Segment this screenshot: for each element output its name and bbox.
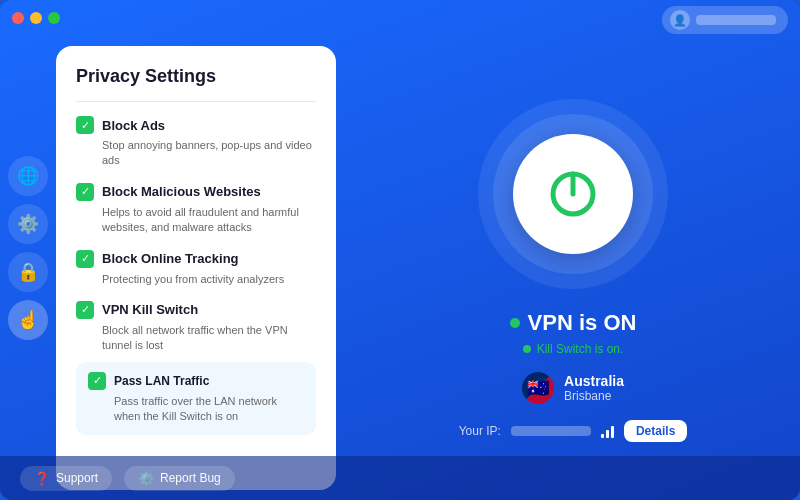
sub-setting-lan: ✓ Pass LAN Traffic Pass traffic over the…: [76, 362, 316, 435]
kill-switch-label: VPN Kill Switch: [102, 302, 198, 317]
sidebar-item-globe[interactable]: 🌐: [8, 156, 48, 196]
sidebar: 🌐 ⚙️ 🔒 ☝️: [0, 36, 56, 500]
traffic-lights: [12, 12, 60, 24]
user-icon: 👤: [670, 10, 690, 30]
app-window: 👤 🌐 ⚙️ 🔒 ☝️ Privacy Settings ✓ Block Ads…: [0, 0, 800, 500]
title-bar: 👤: [0, 0, 800, 36]
block-tracking-desc: Protecting you from activity analyzers: [76, 272, 316, 287]
checkbox-lan[interactable]: ✓: [88, 372, 106, 390]
bug-icon: ⚙️: [138, 471, 154, 486]
location-info: Australia Brisbane: [564, 373, 624, 403]
vpn-status-text: VPN is ON: [528, 310, 637, 336]
sub-setting-lan-header: ✓ Pass LAN Traffic: [88, 372, 304, 390]
power-area: [473, 94, 673, 294]
kill-switch-status: Kill Switch is on.: [523, 342, 624, 356]
setting-block-malicious-header: ✓ Block Malicious Websites: [76, 183, 316, 201]
setting-block-tracking: ✓ Block Online Tracking Protecting you f…: [76, 250, 316, 287]
sidebar-item-lock[interactable]: 🔒: [8, 252, 48, 292]
ip-label: Your IP:: [459, 424, 501, 438]
block-malicious-label: Block Malicious Websites: [102, 184, 261, 199]
right-panel: VPN is ON Kill Switch is on. 🇦🇺 Australi…: [346, 36, 800, 500]
location-country: Australia: [564, 373, 624, 389]
bottom-bar: ❓ Support ⚙️ Report Bug: [0, 456, 800, 500]
maximize-button[interactable]: [48, 12, 60, 24]
user-badge[interactable]: 👤: [662, 6, 788, 34]
lan-label: Pass LAN Traffic: [114, 374, 209, 388]
power-button[interactable]: [513, 134, 633, 254]
vpn-status: VPN is ON: [510, 310, 637, 336]
power-icon: [543, 164, 603, 224]
report-bug-button[interactable]: ⚙️ Report Bug: [124, 466, 235, 491]
signal-icon: [601, 424, 614, 438]
block-malicious-desc: Helps to avoid all fraudulent and harmfu…: [76, 205, 316, 236]
setting-block-malicious: ✓ Block Malicious Websites Helps to avoi…: [76, 183, 316, 236]
minimize-button[interactable]: [30, 12, 42, 24]
checkbox-block-tracking[interactable]: ✓: [76, 250, 94, 268]
setting-kill-switch-header: ✓ VPN Kill Switch: [76, 301, 316, 319]
panel-title: Privacy Settings: [76, 66, 316, 87]
checkbox-kill-switch[interactable]: ✓: [76, 301, 94, 319]
location-city: Brisbane: [564, 389, 624, 403]
signal-bar-1: [601, 434, 604, 438]
block-ads-desc: Stop annoying banners, pop-ups and video…: [76, 138, 316, 169]
close-button[interactable]: [12, 12, 24, 24]
block-tracking-label: Block Online Tracking: [102, 251, 239, 266]
kill-switch-dot: [523, 345, 531, 353]
checkbox-block-ads[interactable]: ✓: [76, 116, 94, 134]
sidebar-item-settings[interactable]: ⚙️: [8, 204, 48, 244]
kill-switch-status-text: Kill Switch is on.: [537, 342, 624, 356]
setting-block-tracking-header: ✓ Block Online Tracking: [76, 250, 316, 268]
main-layout: 🌐 ⚙️ 🔒 ☝️ Privacy Settings ✓ Block Ads S…: [0, 0, 800, 500]
setting-block-ads-header: ✓ Block Ads: [76, 116, 316, 134]
report-bug-label: Report Bug: [160, 471, 221, 485]
checkbox-block-malicious[interactable]: ✓: [76, 183, 94, 201]
ip-row: Your IP: Details: [459, 420, 688, 442]
signal-bar-2: [606, 430, 609, 438]
support-button[interactable]: ❓ Support: [20, 466, 112, 491]
block-ads-label: Block Ads: [102, 118, 165, 133]
lan-desc: Pass traffic over the LAN network when t…: [88, 394, 304, 425]
details-button[interactable]: Details: [624, 420, 687, 442]
user-name: [696, 15, 776, 25]
setting-block-ads: ✓ Block Ads Stop annoying banners, pop-u…: [76, 116, 316, 169]
support-icon: ❓: [34, 471, 50, 486]
setting-kill-switch: ✓ VPN Kill Switch Block all network traf…: [76, 301, 316, 435]
location-row: 🇦🇺 Australia Brisbane: [522, 372, 624, 404]
ip-value: [511, 426, 591, 436]
privacy-panel: Privacy Settings ✓ Block Ads Stop annoyi…: [56, 46, 336, 490]
kill-switch-desc: Block all network traffic when the VPN t…: [76, 323, 316, 354]
sidebar-item-privacy[interactable]: ☝️: [8, 300, 48, 340]
support-label: Support: [56, 471, 98, 485]
signal-bar-3: [611, 426, 614, 438]
panel-divider: [76, 101, 316, 102]
vpn-status-dot: [510, 318, 520, 328]
country-flag: 🇦🇺: [522, 372, 554, 404]
